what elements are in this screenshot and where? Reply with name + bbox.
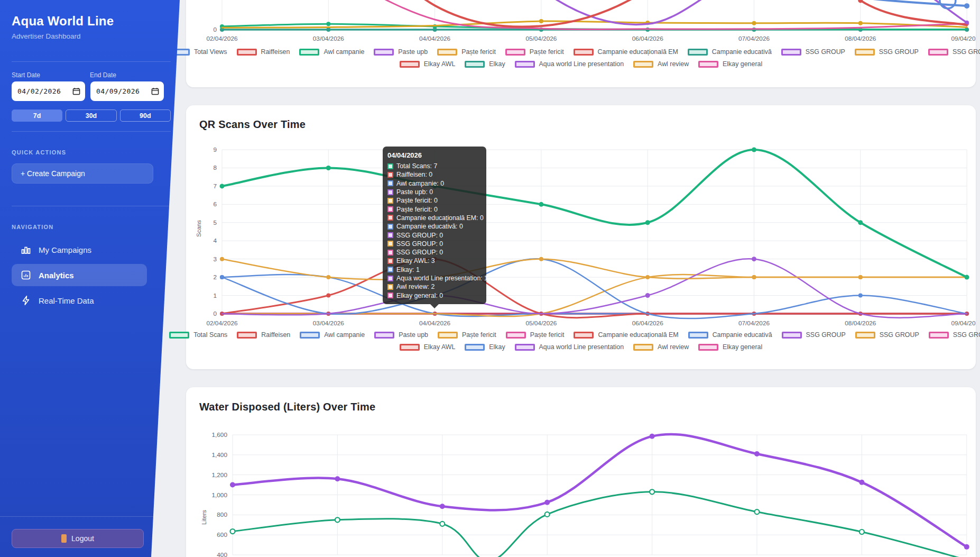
legend-label: Raiffeisen bbox=[261, 48, 290, 56]
calendar-icon[interactable] bbox=[151, 87, 159, 95]
legend-item[interactable]: Campanie educativă bbox=[688, 48, 772, 56]
start-date-value: 04/02/2026 bbox=[17, 87, 61, 95]
tooltip-row: Aqua world Line presentation: 1 bbox=[387, 274, 481, 282]
tooltip-row: Awl campanie: 0 bbox=[387, 179, 481, 188]
legend-item[interactable]: Awl campanie bbox=[300, 331, 365, 339]
legend-item[interactable]: Raiffeisen bbox=[237, 331, 290, 339]
preset-7d-button[interactable]: 7d bbox=[12, 109, 62, 122]
legend-item[interactable]: Awl review bbox=[633, 343, 689, 351]
tooltip-row: Elkay general: 0 bbox=[387, 291, 481, 299]
qr-scans-chart-card: QR Scans Over Time Scans Total ScansRaif… bbox=[186, 105, 976, 369]
legend-item[interactable]: Elkay bbox=[465, 343, 505, 351]
legend-swatch bbox=[169, 332, 189, 339]
tooltip-label: Raiffeisen: 0 bbox=[396, 171, 432, 178]
tooltip-row: SSG GROUP: 0 bbox=[387, 240, 481, 248]
legend-label: Campanie educațională EM bbox=[598, 48, 678, 56]
qr-legend-row-2: Elkay AWLElkayAqua world Line presentati… bbox=[186, 343, 976, 351]
tooltip-swatch bbox=[387, 198, 393, 204]
legend-label: Total Scans bbox=[193, 331, 227, 339]
legend-item[interactable]: Elkay AWL bbox=[400, 60, 455, 68]
tooltip-row: Paște fericit: 0 bbox=[387, 196, 481, 205]
water-y-axis-title: Liters bbox=[201, 510, 207, 525]
calendar-icon[interactable] bbox=[72, 87, 80, 95]
legend-item[interactable]: Paște fericit bbox=[438, 331, 496, 339]
sidebar-item-label: Analytics bbox=[39, 271, 74, 280]
tooltip-label: Awl campanie: 0 bbox=[396, 180, 444, 187]
legend-item[interactable]: SSG GROUP bbox=[855, 48, 919, 56]
preset-30d-button[interactable]: 30d bbox=[66, 109, 116, 122]
legend-swatch bbox=[300, 332, 320, 339]
views-legend-row-2: Elkay AWLElkayAqua world Line presentati… bbox=[186, 60, 976, 68]
legend-item[interactable]: SSG GROUP bbox=[855, 331, 919, 339]
qr-legend-row-1: Total ScansRaiffeisenAwl campaniePaste u… bbox=[186, 331, 976, 339]
tooltip-row: SSG GROUP: 0 bbox=[387, 248, 481, 257]
legend-item[interactable]: Awl campanie bbox=[299, 48, 364, 56]
legend-item[interactable]: Campanie educațională EM bbox=[574, 331, 678, 339]
logout-button[interactable]: Logout bbox=[12, 529, 144, 548]
tooltip-label: Aqua world Line presentation: 1 bbox=[396, 275, 488, 282]
tooltip-swatch bbox=[387, 250, 393, 255]
legend-item[interactable]: SSG GROUP bbox=[781, 48, 845, 56]
legend-item[interactable]: Campanie educativă bbox=[688, 331, 772, 339]
tooltip-swatch bbox=[387, 293, 393, 298]
quick-actions-heading: QUICK ACTIONS bbox=[12, 149, 171, 156]
legend-item[interactable]: SSG GROUP bbox=[929, 331, 980, 339]
legend-label: Paște fericit bbox=[461, 48, 496, 56]
legend-item[interactable]: Elkay general bbox=[698, 343, 762, 351]
legend-swatch bbox=[928, 49, 948, 56]
tooltip-date: 04/04/2026 bbox=[387, 151, 481, 159]
legend-swatch bbox=[698, 344, 718, 351]
legend-item[interactable]: Total Scans bbox=[169, 331, 227, 339]
legend-swatch bbox=[698, 61, 718, 68]
legend-swatch bbox=[515, 344, 535, 351]
tooltip-label: Paste upb: 0 bbox=[396, 188, 433, 196]
end-date-label: End Date bbox=[90, 71, 116, 79]
legend-swatch bbox=[374, 49, 394, 56]
legend-item[interactable]: Raiffeisen bbox=[237, 48, 290, 56]
legend-item[interactable]: SSG GROUP bbox=[782, 331, 846, 339]
tooltip-swatch bbox=[387, 232, 393, 238]
legend-swatch bbox=[400, 61, 420, 68]
tooltip-label: SSG GROUP: 0 bbox=[396, 249, 443, 256]
legend-item[interactable]: SSG GROUP bbox=[928, 48, 980, 56]
legend-item[interactable]: Paste upb bbox=[374, 48, 428, 56]
legend-swatch bbox=[855, 49, 875, 56]
legend-item[interactable]: Aqua world Line presentation bbox=[515, 343, 624, 351]
create-campaign-button[interactable]: + Create Campaign bbox=[12, 163, 153, 184]
legend-item[interactable]: Elkay AWL bbox=[400, 343, 455, 351]
app-title: Aqua World Line bbox=[12, 14, 171, 29]
tooltip-label: Paște fericit: 0 bbox=[396, 197, 438, 204]
legend-label: Paște fericit bbox=[530, 331, 565, 339]
preset-90d-button[interactable]: 90d bbox=[120, 109, 171, 122]
start-date-input[interactable]: 04/02/2026 bbox=[12, 81, 85, 101]
tooltip-swatch bbox=[387, 189, 393, 195]
tooltip-swatch bbox=[387, 180, 393, 186]
legend-item[interactable]: Elkay general bbox=[698, 60, 762, 68]
water-chart-card: Water Disposed (Liters) Over Time Liters bbox=[186, 387, 976, 557]
legend-label: Paste upb bbox=[398, 48, 428, 56]
tooltip-swatch bbox=[387, 241, 393, 246]
legend-item[interactable]: Awl review bbox=[633, 60, 689, 68]
tooltip-row: Awl review: 2 bbox=[387, 282, 481, 291]
sidebar-item-label: Real-Time Data bbox=[39, 296, 94, 305]
legend-item[interactable]: Paste upb bbox=[374, 331, 428, 339]
legend-swatch bbox=[505, 49, 525, 56]
legend-item[interactable]: Campanie educațională EM bbox=[574, 48, 678, 56]
legend-label: Paște fericit bbox=[530, 48, 564, 56]
legend-swatch bbox=[782, 332, 802, 339]
legend-item[interactable]: Total Views bbox=[170, 48, 227, 56]
sidebar-item-real-time-data[interactable]: Real-Time Data bbox=[12, 289, 147, 312]
legend-item[interactable]: Paște fericit bbox=[437, 48, 496, 56]
legend-item[interactable]: Elkay bbox=[465, 60, 505, 68]
end-date-input[interactable]: 04/09/2026 bbox=[90, 81, 164, 101]
navigation-heading: NAVIGATION bbox=[12, 224, 171, 230]
sidebar-item-my-campaigns[interactable]: My Campaigns bbox=[12, 239, 147, 261]
legend-item[interactable]: Aqua world Line presentation bbox=[515, 60, 624, 68]
legend-label: Awl review bbox=[658, 343, 689, 351]
legend-item[interactable]: Paște fericit bbox=[506, 331, 565, 339]
legend-swatch bbox=[506, 332, 526, 339]
legend-item[interactable]: Paște fericit bbox=[505, 48, 564, 56]
sidebar-item-analytics[interactable]: Analytics bbox=[12, 264, 147, 286]
legend-label: Awl campanie bbox=[324, 331, 365, 339]
legend-swatch bbox=[465, 344, 485, 351]
